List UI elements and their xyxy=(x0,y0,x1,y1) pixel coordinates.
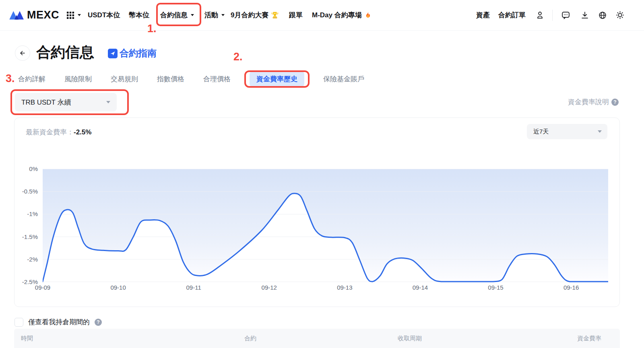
contract-info-tabs: 合約詳解 風險限制 交易規則 指數價格 合理價格 資金費率歷史 保險基金賬戶 xyxy=(18,69,364,89)
question-icon: ? xyxy=(95,319,102,326)
funding-rate-chart: 0%-0.5%-1%-1.5%-2%-2.5% 09-0909-1009-110… xyxy=(14,169,619,302)
nav-item-contract-info[interactable]: 合約信息 xyxy=(160,0,194,30)
date-range-select[interactable]: 近7天 xyxy=(527,124,607,139)
chevron-down-icon xyxy=(191,14,194,16)
trophy-icon xyxy=(270,11,279,20)
back-arrow-icon xyxy=(19,49,27,57)
nav-item-sept-contest[interactable]: 9月合約大賽 xyxy=(231,0,279,30)
nav-item-assets[interactable]: 資產 xyxy=(476,0,490,30)
top-nav: MEXC USDT本位 幣本位 合約信息 活動 xyxy=(0,0,644,31)
back-button[interactable] xyxy=(15,45,30,61)
chevron-down-icon xyxy=(78,14,81,16)
guide-icon xyxy=(108,49,118,58)
x-tick-label: 09-10 xyxy=(110,284,126,291)
mexc-logo-icon xyxy=(9,10,25,21)
apps-grid-menu[interactable] xyxy=(66,0,81,30)
y-tick-label: 0% xyxy=(14,165,38,172)
y-tick-label: -2.5% xyxy=(14,278,38,285)
select-caret-icon xyxy=(598,130,602,133)
x-tick-label: 09-09 xyxy=(35,284,50,291)
download-app-icon[interactable] xyxy=(580,0,589,30)
nav-item-usdt-m[interactable]: USDT本位 xyxy=(88,0,120,30)
language-globe-icon[interactable] xyxy=(598,0,607,30)
latest-funding-rate: 最新資金費率：-2.5% xyxy=(26,128,91,137)
contract-select-value: TRB USDT 永續 xyxy=(21,98,71,107)
x-tick-label: 09-14 xyxy=(413,284,428,291)
nav-item-contract-orders[interactable]: 合約訂單 xyxy=(498,0,526,30)
funding-rate-chart-card: 最新資金費率：-2.5% 近7天 0%-0.5%-1%-1.5%-2%-2.5%… xyxy=(14,117,620,307)
select-caret-icon xyxy=(106,101,110,103)
page-title: 合約信息 xyxy=(36,43,94,62)
tab-risk-limit[interactable]: 風險限制 xyxy=(64,74,92,84)
funding-rate-help-link[interactable]: 資金費率說明 ? xyxy=(568,97,619,107)
nav-item-mday[interactable]: M-Day 合約專場 xyxy=(312,0,372,30)
y-tick-label: -2% xyxy=(14,256,38,263)
contract-guide-link[interactable]: 合約指南 xyxy=(108,47,157,60)
x-tick-label: 09-12 xyxy=(262,284,277,291)
funding-rate-line-chart xyxy=(43,169,608,282)
latest-funding-rate-value: -2.5% xyxy=(74,128,91,136)
tab-insurance-fund[interactable]: 保險基金賬戶 xyxy=(323,74,364,84)
theme-sun-icon[interactable] xyxy=(615,0,625,30)
user-account-icon[interactable] xyxy=(535,0,545,30)
mexc-logo[interactable]: MEXC xyxy=(9,0,59,30)
nav-divider xyxy=(552,10,553,21)
nav-item-coin-m[interactable]: 幣本位 xyxy=(129,0,149,30)
grid-icon xyxy=(66,11,74,19)
annotation-step-2: 2. xyxy=(233,51,243,63)
y-tick-label: -1% xyxy=(14,210,38,217)
x-tick-label: 09-11 xyxy=(186,284,201,291)
nav-item-activities[interactable]: 活動 xyxy=(204,0,225,30)
mexc-logo-text: MEXC xyxy=(27,9,59,21)
tab-trading-rules[interactable]: 交易規則 xyxy=(111,74,138,84)
col-settlement-period: 收取周期 xyxy=(398,335,422,342)
tab-index-price[interactable]: 指數價格 xyxy=(157,74,184,84)
y-tick-label: -0.5% xyxy=(14,188,38,195)
col-contract: 合約 xyxy=(244,335,256,342)
question-icon: ? xyxy=(611,99,619,106)
nav-item-copy-trading[interactable]: 跟單 xyxy=(289,0,303,30)
col-funding-rate: 資金費率 xyxy=(577,335,601,342)
y-tick-label: -1.5% xyxy=(14,233,38,240)
chevron-down-icon xyxy=(221,14,225,16)
contract-select[interactable]: TRB USDT 永續 xyxy=(15,93,117,111)
tab-funding-rate-history[interactable]: 資金費率歷史 xyxy=(250,71,304,87)
tab-contract-details[interactable]: 合約詳解 xyxy=(18,74,45,84)
support-chat-icon[interactable] xyxy=(561,0,570,30)
x-tick-label: 09-15 xyxy=(488,284,503,291)
only-my-positions-label: 僅查看我持倉期間的 xyxy=(28,317,90,327)
position-filter-row: 僅查看我持倉期間的 ? xyxy=(14,317,102,327)
only-my-positions-checkbox[interactable] xyxy=(14,318,23,327)
x-tick-label: 09-16 xyxy=(564,284,579,291)
col-time: 時間 xyxy=(21,335,33,342)
x-tick-label: 09-13 xyxy=(337,284,352,291)
fire-icon xyxy=(364,11,372,19)
annotation-step-1: 1. xyxy=(147,23,157,35)
annotation-step-3: 3. xyxy=(6,72,15,85)
mexc-funding-rate-page: MEXC USDT本位 幣本位 合約信息 活動 xyxy=(0,0,644,348)
date-range-value: 近7天 xyxy=(533,128,549,136)
funding-history-table-header: 時間 合約 收取周期 資金費率 xyxy=(14,329,620,348)
tab-fair-price[interactable]: 合理價格 xyxy=(203,74,231,84)
